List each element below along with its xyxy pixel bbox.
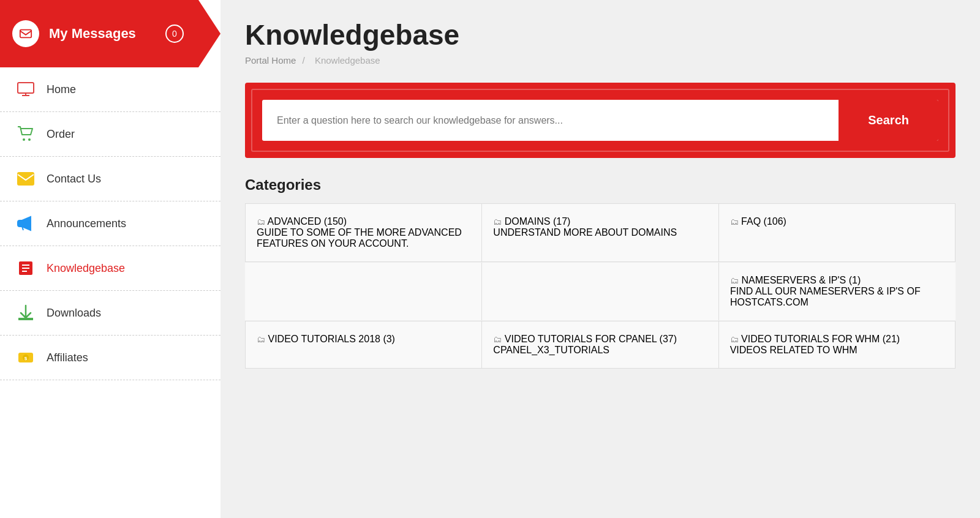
book-icon (15, 257, 37, 279)
category-videowhm[interactable]: 🗂 VIDEO TUTORIALS FOR WHM (21) VIDEOS RE… (719, 321, 955, 368)
cart-icon (15, 123, 37, 145)
page-title: Knowledgebase (245, 18, 956, 51)
category-advanced[interactable]: 🗂 ADVANCED (150) GUIDE TO SOME OF THE MO… (246, 204, 481, 261)
megaphone-icon (15, 212, 37, 235)
sidebar-item-knowledgebase[interactable]: Knowledgebase (0, 246, 221, 291)
svg-point-2 (23, 138, 25, 141)
sidebar-item-home-label: Home (47, 83, 76, 96)
sidebar-item-announcements[interactable]: Announcements (0, 201, 221, 246)
folder-icon-advanced: 🗂 (257, 217, 265, 227)
sidebar-item-affiliates-label: Affiliates (47, 351, 88, 364)
folder-icon-videowhm: 🗂 (730, 334, 739, 344)
sidebar: My Messages 0 Home Order (0, 0, 221, 518)
sidebar-item-knowledgebase-label: Knowledgebase (47, 262, 125, 275)
category-domains-spacer (482, 263, 718, 320)
svg-point-3 (28, 138, 31, 141)
category-videowhm-desc: VIDEOS RELATED TO WHM (730, 345, 944, 356)
sidebar-item-contact[interactable]: Contact Us (0, 157, 221, 201)
search-banner: Search (245, 83, 956, 158)
category-advanced-title: 🗂 ADVANCED (150) (257, 216, 470, 227)
breadcrumb-home[interactable]: Portal Home (245, 55, 296, 66)
monitor-icon (15, 78, 37, 100)
category-video2018[interactable]: 🗂 VIDEO TUTORIALS 2018 (3) (246, 321, 481, 368)
category-faq-title: 🗂 FAQ (106) (730, 216, 944, 227)
folder-icon-video2018: 🗂 (257, 334, 265, 344)
sidebar-item-contact-label: Contact Us (47, 173, 101, 186)
category-videocpanel[interactable]: 🗂 VIDEO TUTORIALS FOR CPANEL (37) CPANEL… (482, 321, 718, 368)
sidebar-item-order[interactable]: Order (0, 112, 221, 157)
sidebar-item-affiliates[interactable]: $ Affiliates (0, 336, 221, 380)
svg-text:$: $ (24, 356, 28, 361)
my-messages-button[interactable]: My Messages 0 (0, 0, 221, 67)
folder-icon-faq: 🗂 (730, 217, 739, 227)
category-videocpanel-title: 🗂 VIDEO TUTORIALS FOR CPANEL (37) (493, 334, 707, 345)
category-nameservers-desc: FIND ALL OUR NAMESERVERS & IP'S OF HOSTC… (730, 286, 944, 308)
breadcrumb-current: Knowledgebase (315, 55, 380, 66)
sidebar-item-announcements-label: Announcements (47, 217, 126, 230)
coin-icon: $ (15, 347, 37, 369)
category-domains-title: 🗂 DOMAINS (17) (493, 216, 707, 227)
search-button[interactable]: Search (839, 100, 938, 141)
sidebar-item-downloads-label: Downloads (47, 307, 101, 320)
folder-icon-nameservers: 🗂 (730, 276, 739, 285)
category-domains-desc: UNDERSTAND MORE ABOUT DOMAINS (493, 227, 707, 238)
breadcrumb-separator: / (303, 55, 305, 66)
category-nameservers[interactable]: 🗂 NAMESERVERS & IP'S (1) FIND ALL OUR NA… (719, 263, 956, 320)
search-input[interactable] (262, 102, 839, 140)
category-videowhm-title: 🗂 VIDEO TUTORIALS FOR WHM (21) (730, 334, 944, 345)
category-domains[interactable]: 🗂 DOMAINS (17) UNDERSTAND MORE ABOUT DOM… (482, 204, 718, 261)
breadcrumb: Portal Home / Knowledgebase (245, 55, 956, 66)
sidebar-item-downloads[interactable]: Downloads (0, 291, 221, 336)
folder-icon-domains: 🗂 (493, 217, 502, 227)
category-advanced-spacer (245, 263, 481, 320)
categories-title: Categories (245, 176, 956, 193)
search-row: Search (262, 100, 938, 141)
category-nameservers-title: 🗂 NAMESERVERS & IP'S (1) (730, 275, 944, 286)
sidebar-item-home[interactable]: Home (0, 67, 221, 112)
messages-badge: 0 (165, 24, 184, 43)
download-icon (15, 302, 37, 324)
svg-rect-4 (18, 173, 34, 185)
contact-envelope-icon (15, 168, 37, 190)
sidebar-item-order-label: Order (47, 128, 75, 141)
folder-icon-videocpanel: 🗂 (493, 334, 502, 344)
my-messages-label: My Messages (49, 26, 165, 42)
sidebar-navigation: Home Order Contact Us (0, 67, 221, 380)
svg-rect-1 (18, 83, 34, 93)
category-video2018-title: 🗂 VIDEO TUTORIALS 2018 (3) (257, 334, 470, 345)
svg-rect-0 (20, 30, 31, 38)
category-faq[interactable]: 🗂 FAQ (106) (719, 204, 955, 261)
category-advanced-desc: GUIDE TO SOME OF THE MORE ADVANCED FEATU… (257, 227, 470, 249)
envelope-icon (12, 20, 39, 47)
main-content: Knowledgebase Portal Home / Knowledgebas… (221, 0, 980, 518)
category-videocpanel-desc: CPANEL_X3_TUTORIALS (493, 345, 707, 356)
